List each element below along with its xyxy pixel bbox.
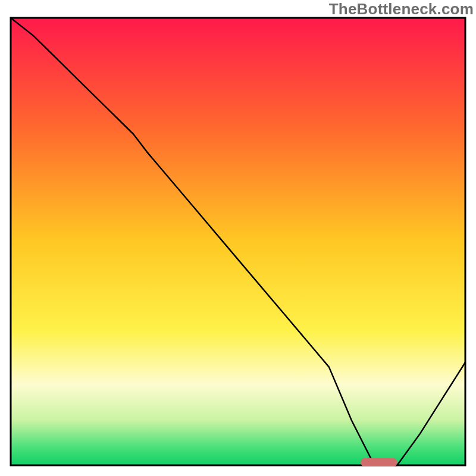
bottleneck-chart [0,0,476,476]
plot-background [11,18,465,465]
optimum-marker [361,458,397,466]
